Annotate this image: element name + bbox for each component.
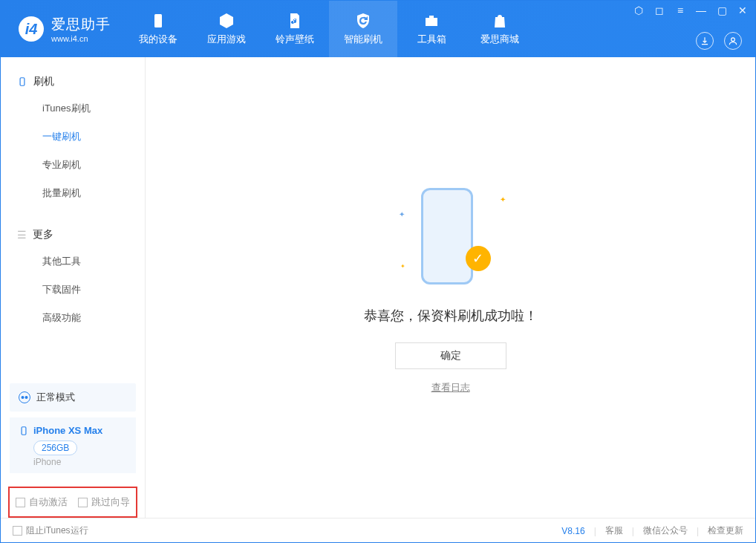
view-log-link[interactable]: 查看日志 [431, 381, 470, 394]
ok-button[interactable]: 确定 [395, 342, 506, 369]
device-mode-label: 正常模式 [36, 391, 75, 404]
sidebar-item-advanced[interactable]: 高级功能 [1, 304, 145, 332]
sidebar-item-pro-flash[interactable]: 专业刷机 [1, 151, 145, 179]
device-icon [149, 12, 167, 30]
user-controls [696, 32, 742, 50]
download-button[interactable] [696, 32, 714, 50]
app-logo: i4 爱思助手 www.i4.cn [1, 15, 124, 43]
brand-name: 爱思助手 [51, 15, 111, 34]
logo-icon: i4 [19, 16, 44, 42]
tab-smart-flash[interactable]: 智能刷机 [329, 1, 397, 57]
sparkle-icon: ✦ [399, 210, 405, 218]
section-title: 更多 [33, 228, 53, 241]
toolbox-icon [423, 12, 440, 30]
tab-label: 应用游戏 [207, 33, 246, 46]
checkbox-auto-activate[interactable]: 自动激活 [16, 495, 68, 509]
device-mode-box[interactable]: 正常模式 [10, 383, 136, 412]
checkbox-icon [78, 498, 88, 507]
tab-label: 工具箱 [417, 33, 446, 46]
device-capacity-badge: 256GB [33, 440, 77, 455]
window-controls: ⬡ ◻ ≡ ― ▢ ✕ [633, 5, 748, 16]
checkbox-label: 跳过向导 [91, 495, 130, 509]
tab-label: 我的设备 [139, 33, 177, 46]
sidebar-section-flash: 刷机 [1, 71, 145, 94]
tab-ringtone-wallpaper[interactable]: 铃声壁纸 [261, 1, 329, 57]
success-message: 恭喜您，保资料刷机成功啦！ [364, 307, 538, 325]
device-name: iPhone XS Max [33, 425, 102, 436]
checkbox-skip-guide[interactable]: 跳过向导 [78, 495, 130, 509]
sidebar-item-itunes-flash[interactable]: iTunes刷机 [1, 94, 145, 123]
tab-label: 智能刷机 [344, 33, 382, 46]
svg-rect-0 [154, 14, 162, 27]
tab-store[interactable]: 爱思商城 [466, 1, 534, 57]
minimize-button[interactable]: ― [696, 5, 706, 16]
bag-icon [491, 12, 509, 30]
sidebar-item-batch-flash[interactable]: 批量刷机 [1, 179, 145, 207]
music-file-icon [286, 12, 304, 30]
brand-url: www.i4.cn [51, 34, 111, 43]
checkbox-icon [16, 498, 25, 507]
shield-refresh-icon [354, 12, 372, 30]
sparkle-icon: ✦ [500, 195, 506, 204]
section-title: 刷机 [33, 75, 54, 88]
sidebar-section-more: ☰ 更多 [1, 224, 145, 247]
checkbox-label: 自动激活 [29, 495, 68, 509]
tab-my-device[interactable]: 我的设备 [124, 1, 192, 57]
phone-icon [17, 77, 27, 87]
sparkle-icon: ✦ [400, 263, 405, 270]
checkbox-stop-itunes[interactable]: 阻止iTunes运行 [13, 524, 88, 537]
cube-icon [218, 12, 235, 30]
close-button[interactable]: ✕ [737, 5, 748, 16]
feedback-icon[interactable]: ◻ [654, 5, 665, 16]
maximize-button[interactable]: ▢ [717, 5, 727, 16]
svg-point-1 [731, 38, 735, 42]
svg-rect-2 [20, 78, 25, 86]
checkbox-label: 阻止iTunes运行 [26, 524, 88, 537]
version-label: V8.16 [561, 526, 584, 536]
bottom-options-highlight: 自动激活 跳过向导 [8, 487, 137, 518]
mode-icon [19, 391, 30, 403]
sidebar-item-download-firmware[interactable]: 下载固件 [1, 276, 145, 304]
wechat-link[interactable]: 微信公众号 [643, 524, 688, 537]
sidebar-item-other-tools[interactable]: 其他工具 [1, 247, 145, 276]
device-info-box[interactable]: iPhone XS Max 256GB iPhone [10, 417, 136, 473]
success-illustration: ✓ ✦ ✦ ✦ [406, 181, 495, 292]
status-bar: 阻止iTunes运行 V8.16 | 客服 | 微信公众号 | 检查更新 [1, 518, 755, 543]
tab-label: 铃声壁纸 [276, 33, 314, 46]
device-type: iPhone [33, 457, 127, 467]
support-link[interactable]: 客服 [605, 524, 623, 537]
phone-icon [19, 426, 29, 436]
check-update-link[interactable]: 检查更新 [708, 524, 743, 537]
main-content: ✓ ✦ ✦ ✦ 恭喜您，保资料刷机成功啦！ 确定 查看日志 [146, 57, 755, 518]
tab-apps-games[interactable]: 应用游戏 [192, 1, 261, 57]
checkmark-badge-icon: ✓ [466, 246, 491, 271]
phone-illustration-icon [421, 188, 473, 284]
user-account-button[interactable] [724, 32, 742, 50]
tshirt-icon[interactable]: ⬡ [633, 5, 644, 16]
svg-rect-3 [22, 426, 26, 435]
menu-icon[interactable]: ≡ [675, 5, 685, 16]
tab-label: 爱思商城 [480, 33, 519, 46]
sidebar: 刷机 iTunes刷机 一键刷机 专业刷机 批量刷机 ☰ 更多 其他工具 下载固… [1, 57, 146, 518]
tab-toolbox[interactable]: 工具箱 [397, 1, 466, 57]
top-tabs: 我的设备 应用游戏 铃声壁纸 智能刷机 工具箱 爱思商城 [124, 1, 534, 57]
checkbox-icon [13, 526, 22, 536]
titlebar: i4 爱思助手 www.i4.cn 我的设备 应用游戏 铃声壁纸 智能刷机 工具… [1, 1, 755, 57]
list-icon: ☰ [17, 229, 27, 241]
sidebar-item-one-click-flash[interactable]: 一键刷机 [1, 123, 145, 151]
